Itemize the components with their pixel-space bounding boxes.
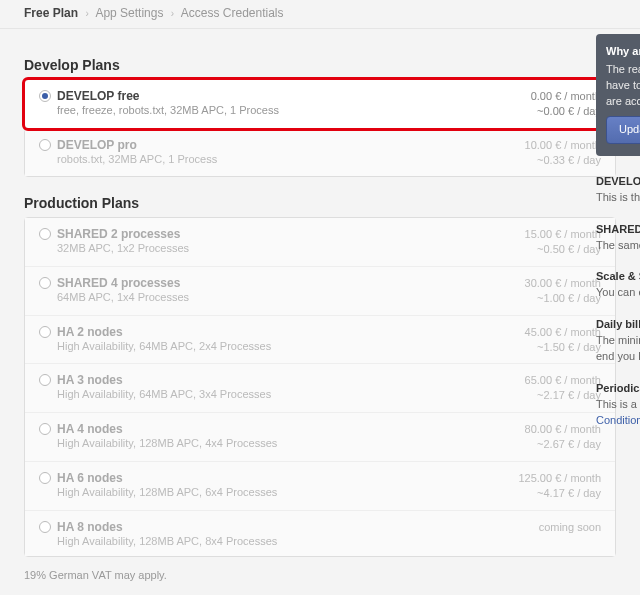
develop-plans-heading: Develop Plans (24, 57, 616, 73)
plan-option[interactable]: HA 4 nodesHigh Availability, 128MB APC, … (25, 412, 615, 461)
sidebar-block: Scale & ShYou can ch is actually within … (596, 269, 640, 301)
develop-plans-list-rest: DEVELOP pro robots.txt, 32MB APC, 1 Proc… (24, 128, 616, 178)
plan-description: robots.txt, 32MB APC, 1 Process (57, 153, 481, 165)
plan-option[interactable]: HA 3 nodesHigh Availability, 64MB APC, 3… (25, 363, 615, 412)
radio-icon[interactable] (39, 89, 57, 119)
sidebar-link[interactable]: Conditions. (596, 414, 640, 426)
plan-name: SHARED 2 processes (57, 227, 481, 241)
sidebar-block-body: You can ch is actually within a fev (596, 285, 640, 301)
radio-icon[interactable] (39, 138, 57, 168)
plan-price: 30.00 € / month~1.00 € / day (481, 276, 601, 306)
callout-line: have to p (606, 78, 640, 94)
develop-plans-list: DEVELOP free free, freeze, robots.txt, 3… (24, 79, 616, 129)
plan-description: High Availability, 128MB APC, 4x4 Proces… (57, 437, 481, 449)
sidebar-callout: Why are The really have to p are accep U… (596, 34, 640, 156)
sidebar-block: SHARED plThe same g power. (596, 222, 640, 254)
sidebar-block-title: Periodical (596, 381, 640, 397)
radio-icon[interactable] (39, 373, 57, 403)
sidebar: Why are The really have to p are accep U… (596, 34, 640, 445)
sidebar-block-body: The minim pay for a d have, whic At the … (596, 333, 640, 365)
plan-name: HA 3 nodes (57, 373, 481, 387)
vat-note: 19% German VAT may apply. (24, 569, 616, 581)
plan-name: HA 2 nodes (57, 325, 481, 339)
plan-option-develop-pro[interactable]: DEVELOP pro robots.txt, 32MB APC, 1 Proc… (25, 129, 615, 177)
plan-option[interactable]: HA 8 nodesHigh Availability, 128MB APC, … (25, 510, 615, 556)
radio-icon[interactable] (39, 471, 57, 501)
radio-icon[interactable] (39, 325, 57, 355)
breadcrumb-item[interactable]: Access Credentials (181, 6, 284, 20)
sidebar-block-body: This is the c goes live. In Aliases. Av (596, 190, 640, 206)
sidebar-block: DEVELOPEThis is the c goes live. In Alia… (596, 174, 640, 206)
sidebar-block-title: DEVELOPE (596, 174, 640, 190)
plan-name: SHARED 4 processes (57, 276, 481, 290)
chevron-right-icon: › (85, 8, 88, 19)
sidebar-block-title: SHARED pl (596, 222, 640, 238)
plan-description: High Availability, 128MB APC, 8x4 Proces… (57, 535, 481, 547)
sidebar-block-body: The same g power. (596, 238, 640, 254)
plan-name: DEVELOP pro (57, 138, 481, 152)
plan-price: 0.00 € / month ~0.00 € / day (481, 89, 601, 119)
callout-line: The really (606, 62, 640, 78)
plan-option-develop-free[interactable]: DEVELOP free free, freeze, robots.txt, 3… (25, 80, 615, 128)
callout-line: are accep (606, 94, 640, 110)
plan-price: 15.00 € / month~0.50 € / day (481, 227, 601, 257)
plan-price: 45.00 € / month~1.50 € / day (481, 325, 601, 355)
radio-icon[interactable] (39, 520, 57, 547)
plan-price: coming soon (481, 520, 601, 547)
radio-icon[interactable] (39, 422, 57, 452)
plan-option[interactable]: SHARED 2 processes32MB APC, 1x2 Processe… (25, 218, 615, 266)
sidebar-block-title: Scale & Sh (596, 269, 640, 285)
plan-price: 80.00 € / month~2.67 € / day (481, 422, 601, 452)
plan-name: DEVELOP free (57, 89, 481, 103)
plan-description: 32MB APC, 1x2 Processes (57, 242, 481, 254)
plan-description: 64MB APC, 1x4 Processes (57, 291, 481, 303)
plan-option[interactable]: SHARED 4 processes64MB APC, 1x4 Processe… (25, 266, 615, 315)
plan-option[interactable]: HA 2 nodesHigh Availability, 64MB APC, 2… (25, 315, 615, 364)
plan-price: 125.00 € / month~4.17 € / day (481, 471, 601, 501)
plan-price: 10.00 € / month ~0.33 € / day (481, 138, 601, 168)
breadcrumb-item[interactable]: Free Plan (24, 6, 78, 20)
radio-icon[interactable] (39, 227, 57, 257)
breadcrumb: Free Plan › App Settings › Access Creden… (0, 0, 640, 29)
chevron-right-icon: › (171, 8, 174, 19)
sidebar-block: Daily billinThe minim pay for a d have, … (596, 317, 640, 365)
plan-name: HA 4 nodes (57, 422, 481, 436)
sidebar-block-title: Daily billin (596, 317, 640, 333)
production-plans-heading: Production Plans (24, 195, 616, 211)
update-button[interactable]: Update (606, 116, 640, 144)
breadcrumb-item[interactable]: App Settings (95, 6, 163, 20)
callout-title: Why are (606, 44, 640, 60)
plan-price: 65.00 € / month~2.17 € / day (481, 373, 601, 403)
plan-description: free, freeze, robots.txt, 32MB APC, 1 Pr… (57, 104, 481, 116)
sidebar-block-body: This is a su month auto whole acco (596, 397, 640, 413)
plan-name: HA 8 nodes (57, 520, 481, 534)
sidebar-block: PeriodicalThis is a su month auto whole … (596, 381, 640, 429)
radio-icon[interactable] (39, 276, 57, 306)
plan-name: HA 6 nodes (57, 471, 481, 485)
plan-description: High Availability, 128MB APC, 6x4 Proces… (57, 486, 481, 498)
plan-description: High Availability, 64MB APC, 2x4 Process… (57, 340, 481, 352)
production-plans-list: SHARED 2 processes32MB APC, 1x2 Processe… (24, 217, 616, 556)
plan-option[interactable]: HA 6 nodesHigh Availability, 128MB APC, … (25, 461, 615, 510)
plan-description: High Availability, 64MB APC, 3x4 Process… (57, 388, 481, 400)
main-content: Develop Plans DEVELOP free free, freeze,… (0, 29, 640, 595)
